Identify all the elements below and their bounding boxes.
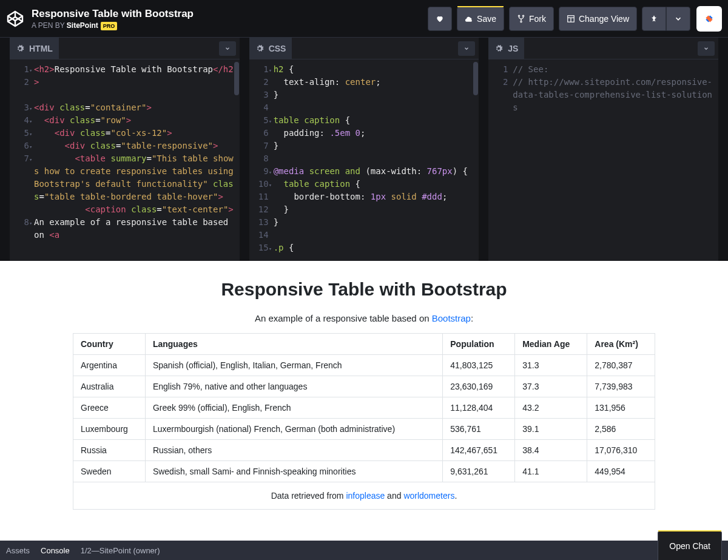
table-row: SwedenSwedish, small Sami- and Finnish-s… bbox=[73, 461, 655, 482]
table-cell: 23,630,169 bbox=[443, 376, 515, 397]
svg-point-5 bbox=[521, 21, 522, 22]
fork-button[interactable]: Fork bbox=[509, 7, 554, 31]
author-link[interactable]: SitePoint bbox=[67, 21, 98, 30]
fork-icon bbox=[517, 15, 525, 23]
chevron-down-icon bbox=[463, 46, 470, 52]
pen-subtitle: A PEN BY SitePointPRO bbox=[32, 21, 423, 30]
table-cell: 2,780,387 bbox=[587, 355, 655, 376]
table-cell: Greece bbox=[73, 397, 146, 419]
cloud-icon bbox=[465, 15, 473, 23]
editor-panels: HTML 1▾ 2 3▾ 4▾ 5▾ 6▾ 7▾ 8▾ <h2>Responsi… bbox=[0, 38, 728, 261]
open-chat-button[interactable]: Open Chat bbox=[658, 531, 722, 560]
table-footer: Data retrieved from infoplease and world… bbox=[73, 482, 655, 510]
table-cell: Australia bbox=[73, 376, 146, 397]
js-editor[interactable]: 12 // See: // http://www.sitepoint.com/r… bbox=[488, 59, 718, 261]
save-button[interactable]: Save bbox=[457, 7, 504, 31]
table-header: Population bbox=[443, 334, 515, 355]
js-gutter: 12 bbox=[488, 63, 513, 257]
table-cell: Greek 99% (official), English, French bbox=[145, 397, 442, 419]
table-cell: 9,631,261 bbox=[443, 461, 515, 482]
table-cell: 449,954 bbox=[587, 461, 655, 482]
table-caption: An example of a responsive table based o… bbox=[73, 313, 655, 323]
js-panel-header: JS bbox=[488, 38, 718, 59]
table-cell: 7,739,983 bbox=[587, 376, 655, 397]
sitepoint-badge[interactable] bbox=[696, 6, 722, 32]
table-cell: Spanish (official), English, Italian, Ge… bbox=[145, 355, 442, 376]
table-cell: Luxermbourgish (national) French, German… bbox=[145, 419, 442, 440]
css-collapse-button[interactable] bbox=[458, 41, 475, 56]
collab-status: 1/2—SitePoint (owner) bbox=[81, 546, 160, 555]
preview-pane: Responsive Table with Bootstrap An examp… bbox=[0, 261, 728, 541]
css-panel-header: CSS bbox=[249, 38, 479, 59]
table-row: GreeceGreek 99% (official), English, Fre… bbox=[73, 397, 655, 419]
table-cell: 39.1 bbox=[515, 419, 587, 440]
infoplease-link[interactable]: infoplease bbox=[346, 491, 385, 501]
table-row: LuxembourgLuxermbourgish (national) Fren… bbox=[73, 419, 655, 440]
table-cell: 131,956 bbox=[587, 397, 655, 419]
css-panel: CSS 1▾234 5▾678 9▾10▾1112131415▾ h2 { te… bbox=[249, 38, 479, 261]
gear-icon[interactable] bbox=[494, 44, 503, 53]
table-cell: Russia bbox=[73, 440, 146, 461]
layout-icon bbox=[567, 15, 575, 23]
change-view-button[interactable]: Change View bbox=[559, 7, 637, 31]
preview-heading: Responsive Table with Bootstrap bbox=[73, 279, 655, 300]
heart-icon bbox=[436, 15, 444, 23]
js-panel: JS 12 // See: // http://www.sitepoint.co… bbox=[488, 38, 718, 261]
html-collapse-button[interactable] bbox=[219, 41, 236, 56]
chevron-down-icon bbox=[674, 15, 682, 23]
table-header: Country bbox=[73, 334, 146, 355]
heart-button[interactable] bbox=[428, 7, 452, 31]
table-cell: Argentina bbox=[73, 355, 146, 376]
pen-title: Responsive Table with Bootstrap bbox=[32, 8, 423, 20]
table-cell: 41,803,125 bbox=[443, 355, 515, 376]
css-label: CSS bbox=[269, 44, 286, 53]
table-row: AustraliaEnglish 79%, native and other l… bbox=[73, 376, 655, 397]
html-code-body[interactable]: <h2>Responsive Table with Bootstrap</h2>… bbox=[34, 63, 240, 257]
console-button[interactable]: Console bbox=[41, 546, 70, 555]
table-cell: Swedish, small Sami- and Finnish-speakin… bbox=[145, 461, 442, 482]
table-cell: 11,128,404 bbox=[443, 397, 515, 419]
table-header: Median Age bbox=[515, 334, 587, 355]
html-panel-header: HTML bbox=[10, 38, 240, 59]
table-cell: Russian, others bbox=[145, 440, 442, 461]
js-code-body[interactable]: // See: // http://www.sitepoint.com/resp… bbox=[513, 63, 718, 257]
pin-button-group bbox=[642, 7, 690, 31]
table-cell: 38.4 bbox=[515, 440, 587, 461]
table-cell: 17,076,310 bbox=[587, 440, 655, 461]
css-scrollbar[interactable] bbox=[473, 62, 478, 95]
chevron-down-icon bbox=[703, 46, 709, 52]
css-code-body[interactable]: h2 { text-align: center; } table caption… bbox=[274, 63, 479, 257]
assets-button[interactable]: Assets bbox=[6, 546, 30, 555]
sitepoint-icon bbox=[701, 10, 718, 27]
table-cell: English 79%, native and other languages bbox=[145, 376, 442, 397]
table-cell: Luxembourg bbox=[73, 419, 146, 440]
pin-dropdown-button[interactable] bbox=[666, 7, 690, 31]
table-cell: 37.3 bbox=[515, 376, 587, 397]
html-panel: HTML 1▾ 2 3▾ 4▾ 5▾ 6▾ 7▾ 8▾ <h2>Responsi… bbox=[10, 38, 240, 261]
data-table: CountryLanguagesPopulationMedian AgeArea… bbox=[73, 333, 655, 482]
js-collapse-button[interactable] bbox=[698, 41, 715, 56]
pin-button[interactable] bbox=[642, 7, 666, 31]
html-editor[interactable]: 1▾ 2 3▾ 4▾ 5▾ 6▾ 7▾ 8▾ <h2>Responsive Ta… bbox=[10, 59, 240, 261]
html-scrollbar[interactable] bbox=[234, 62, 239, 95]
pro-badge: PRO bbox=[101, 22, 118, 30]
table-cell: 43.2 bbox=[515, 397, 587, 419]
worldometers-link[interactable]: worldometers bbox=[403, 491, 454, 501]
table-row: ArgentinaSpanish (official), English, It… bbox=[73, 355, 655, 376]
js-label: JS bbox=[508, 44, 518, 53]
table-row: RussiaRussian, others142,467,65138.417,0… bbox=[73, 440, 655, 461]
table-header: Languages bbox=[145, 334, 442, 355]
table-cell: 31.3 bbox=[515, 355, 587, 376]
app-header: Responsive Table with Bootstrap A PEN BY… bbox=[0, 0, 728, 38]
html-gutter: 1▾ 2 3▾ 4▾ 5▾ 6▾ 7▾ 8▾ bbox=[10, 63, 34, 257]
css-editor[interactable]: 1▾234 5▾678 9▾10▾1112131415▾ h2 { text-a… bbox=[249, 59, 479, 261]
table-cell: 2,586 bbox=[587, 419, 655, 440]
gear-icon[interactable] bbox=[16, 44, 24, 53]
css-gutter: 1▾234 5▾678 9▾10▾1112131415▾ bbox=[249, 63, 274, 257]
table-cell: 536,761 bbox=[443, 419, 515, 440]
title-block: Responsive Table with Bootstrap A PEN BY… bbox=[32, 8, 423, 30]
bootstrap-link[interactable]: Bootstrap bbox=[432, 313, 471, 323]
table-cell: Sweden bbox=[73, 461, 146, 482]
chevron-down-icon bbox=[224, 46, 231, 52]
gear-icon[interactable] bbox=[255, 44, 264, 53]
